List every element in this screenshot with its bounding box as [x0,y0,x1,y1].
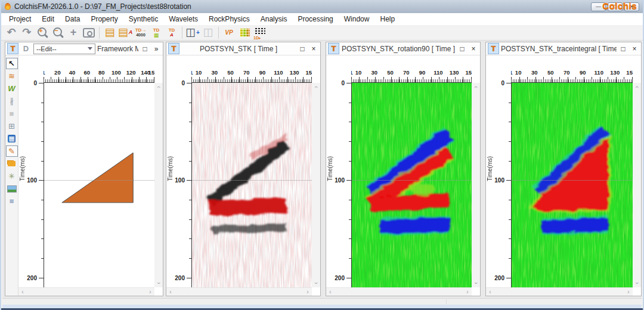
zoom-out-icon[interactable]: − [50,26,66,40]
panel-close-button[interactable]: × [630,45,639,53]
ruler-label: 50 [227,69,234,76]
crosshair-icon[interactable]: + [66,26,81,40]
horizontal-scrollbar[interactable]: ‹ › [166,287,312,296]
scroll-up-arrow[interactable]: ‹ [155,83,162,91]
scroll-up-arrow[interactable]: ‹ [312,83,320,91]
scroll-down-arrow[interactable]: › [472,280,479,287]
menu-item[interactable]: RockPhysics [203,14,255,24]
panel-maximize-button[interactable]: □ [298,45,307,53]
scroll-left-arrow[interactable]: ‹ [167,289,174,296]
layers-tool[interactable]: ≡ [6,196,18,207]
vertical-scrollbar[interactable]: ‹ › [154,83,163,287]
time-axis: Time(ms) 0100200 [166,83,191,287]
vertical-scrollbar[interactable]: ‹ › [472,83,480,287]
crooked-line-tool[interactable]: W [6,83,18,94]
ruler-label: 1 [511,69,513,76]
data-list-icon[interactable]: ▤ [102,26,117,40]
grid-map-tool[interactable]: ⊞ [6,120,18,132]
vertical-scrollbar[interactable]: ‹ › [633,83,641,287]
seismic-color-image [352,83,472,287]
time-tick-label: 100 [27,177,37,184]
seismic-grid-tool[interactable]: ▦ [6,133,18,144]
image-view-tool[interactable] [6,183,18,194]
menu-item[interactable]: Processing [292,14,338,24]
panel-maximize-button[interactable]: □ [140,45,150,53]
panel-title: POSTSYN_STK_rotation90 [ Time ] [341,45,456,53]
ruler-label: 20 [54,69,61,76]
vp-settings-icon[interactable]: VP [221,26,237,40]
ruler-label: 10 [515,69,522,76]
panel-close-button[interactable]: × [469,45,478,53]
td-grid-icon[interactable]: TD▦ [148,26,164,40]
menu-bar: ProjectEditDataPropertySyntheticWavelets… [1,13,643,25]
ruler-label: 50 [387,69,394,76]
time-axis: Time(ms) 0100200 [326,83,351,287]
panel-close-button[interactable]: × [309,45,318,53]
ruler-label: 10 [196,69,202,76]
panel-maximize-button[interactable]: □ [457,45,467,53]
scroll-up-arrow[interactable]: ‹ [633,83,640,91]
panel-maximize-button[interactable]: □ [618,45,628,53]
seismic-canvas[interactable] [351,83,472,287]
seismic-canvas[interactable] [191,83,312,287]
menu-item[interactable]: Project [4,14,36,24]
scroll-up-arrow[interactable]: ‹ [472,83,479,91]
menu-item[interactable]: Edit [36,14,60,24]
pointer-tool[interactable]: ↖ [6,58,18,69]
scroll-right-arrow[interactable]: › [625,289,632,296]
panel-header: T POSTSYN_STK [ Time ] □ × [166,42,320,55]
rock-body-tool[interactable]: ■ [6,108,18,119]
folder-tool[interactable] [6,158,18,169]
edit-dropdown[interactable]: --Edit-- [33,44,95,54]
scroll-right-arrow[interactable]: › [147,289,154,296]
depth-view-tab[interactable]: D [20,43,32,54]
time-tick-label: 100 [335,177,345,184]
link-panels-icon[interactable]: ◫ [200,26,216,40]
td-antenna-icon[interactable]: TDA [164,26,179,40]
undo-icon[interactable]: ↶ [4,26,19,40]
menu-item[interactable]: Data [60,14,85,24]
horizontal-scrollbar[interactable]: ‹ › [486,287,633,296]
seismic-canvas[interactable] [511,83,633,287]
scroll-right-arrow[interactable]: › [304,289,311,296]
vertical-scrollbar[interactable]: ‹ › [312,83,320,287]
time-view-tab[interactable]: T [168,43,179,54]
menu-item[interactable]: Window [339,14,375,24]
panel-more-button[interactable]: » [151,45,161,53]
menu-item[interactable]: Help [374,14,400,24]
horizons-tool[interactable]: ≋ [6,70,18,82]
panel-postsyn-stk: T POSTSYN_STK [ Time ] □ × 1103050709011… [166,42,321,296]
ruler-label: 70 [243,69,250,76]
pencil-edit-tool[interactable]: ✎ [6,145,18,157]
td-4000-icon[interactable]: TD→4000 [133,26,148,40]
horizontal-scrollbar[interactable]: ‹ › [18,287,154,296]
redo-icon[interactable]: ↷ [19,26,35,40]
panel-header: T POSTSYN_STK_rotation90 [ Time ] □ × [326,42,480,55]
plot-area: 120406080100120140150 Time(ms) 0100200 ‹… [18,55,163,296]
fault-tool[interactable]: ∦ [6,95,18,107]
scroll-left-arrow[interactable]: ‹ [327,289,334,296]
scroll-right-arrow[interactable]: › [464,289,471,296]
oned-forward-icon[interactable]: 1D▸ [252,26,268,40]
menu-item[interactable]: Synthetic [123,14,163,24]
menu-item[interactable]: Wavelets [163,14,203,24]
data-antenna-icon[interactable]: ▤A [117,26,133,40]
scroll-left-arrow[interactable]: ‹ [19,289,26,296]
color-matrix-icon[interactable] [237,26,252,40]
time-view-tab[interactable]: T [7,43,18,54]
well-path-tool[interactable]: ✳ [6,170,18,182]
time-view-tab[interactable]: T [328,43,339,54]
scroll-down-arrow[interactable]: › [155,280,162,287]
scroll-down-arrow[interactable]: › [312,280,320,287]
zoom-in-icon[interactable]: + [35,26,50,40]
time-view-tab[interactable]: T [488,43,499,54]
add-panel-icon[interactable]: ◫+ [185,26,200,40]
menu-item[interactable]: Property [85,14,123,24]
trace-ruler: 11030507090110130150 [511,69,633,83]
scroll-left-arrow[interactable]: ‹ [487,289,494,296]
horizontal-scrollbar[interactable]: ‹ › [326,287,472,296]
snapshot-icon[interactable] [81,26,97,40]
scroll-down-arrow[interactable]: › [633,280,640,287]
model-canvas[interactable] [44,83,154,287]
menu-item[interactable]: Analysis [255,14,293,24]
